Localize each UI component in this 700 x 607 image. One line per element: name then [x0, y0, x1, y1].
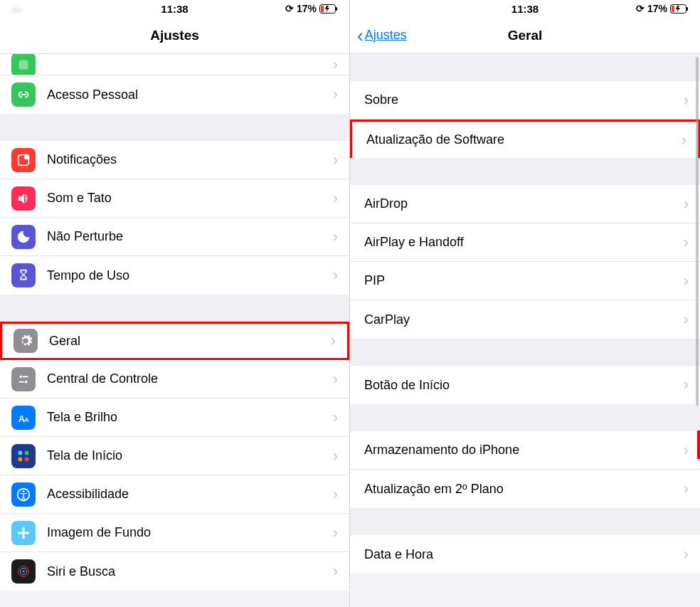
- status-time: 11:38: [161, 3, 188, 15]
- row-home-screen[interactable]: Tela de Início ›: [0, 437, 349, 475]
- row-storage[interactable]: Armazenamento do iPhone ›: [350, 431, 700, 470]
- grid-icon: [11, 444, 36, 468]
- notifications-icon: [11, 148, 36, 172]
- svg-point-17: [23, 490, 25, 492]
- settings-list[interactable]: › Acesso Pessoal › Notificações ›: [0, 54, 349, 591]
- svg-point-6: [20, 375, 23, 378]
- row-label: Acessibilidade: [47, 487, 333, 502]
- svg-point-21: [18, 532, 22, 534]
- status-right: ⟳ 17%: [636, 3, 689, 14]
- row-home-button[interactable]: Botão de Início ›: [350, 366, 700, 404]
- chevron-right-icon: ›: [333, 228, 338, 246]
- sound-icon: [11, 186, 36, 211]
- svg-rect-1: [321, 6, 324, 12]
- svg-rect-3: [19, 60, 28, 69]
- siri-icon: [11, 559, 36, 584]
- row-label: Atualização em 2º Plano: [364, 482, 684, 497]
- svg-point-19: [22, 527, 25, 531]
- svg-rect-9: [19, 381, 24, 382]
- moon-icon: [11, 225, 36, 249]
- status-carrier: ---: [11, 3, 22, 15]
- icon-placeholder: [11, 54, 36, 75]
- row-pip[interactable]: PIP ›: [350, 262, 700, 300]
- chevron-right-icon: ›: [684, 441, 689, 460]
- svg-point-5: [24, 154, 29, 159]
- row-label: Tempo de Uso: [47, 268, 333, 283]
- row-date-time[interactable]: Data e Hora ›: [350, 535, 700, 574]
- row-screen-time[interactable]: Tempo de Uso ›: [0, 256, 349, 295]
- svg-rect-13: [25, 450, 29, 455]
- row-label: Não Perturbe: [47, 229, 333, 244]
- chevron-right-icon: ›: [331, 332, 336, 350]
- group-separator: [350, 508, 700, 535]
- chevron-right-icon: ›: [684, 233, 689, 252]
- link-icon: [11, 83, 36, 107]
- general-list[interactable]: Sobre › Atualização de Software › AirDro…: [350, 54, 700, 574]
- svg-rect-2: [336, 7, 337, 11]
- text-size-icon: AA: [11, 406, 36, 430]
- row-display[interactable]: AA Tela e Brilho ›: [0, 398, 349, 437]
- phone-general: . 11:38 ⟳ 17% ‹ Ajustes Geral Sobre › At…: [350, 0, 700, 607]
- row-label: PIP: [364, 273, 684, 288]
- row-label: Tela de Início: [47, 448, 333, 463]
- row-about[interactable]: Sobre ›: [350, 81, 700, 120]
- row-siri[interactable]: Siri e Busca ›: [0, 552, 349, 591]
- row-wallpaper[interactable]: Imagem de Fundo ›: [0, 514, 349, 552]
- partial-row[interactable]: ›: [0, 54, 349, 75]
- chevron-right-icon: ›: [684, 272, 689, 290]
- row-label: AirDrop: [364, 196, 684, 211]
- group-separator: [350, 158, 700, 185]
- svg-rect-7: [23, 376, 28, 377]
- row-accessibility[interactable]: Acessibilidade ›: [0, 475, 349, 514]
- scrollbar[interactable]: [696, 57, 699, 406]
- status-right: ⟳ 17%: [285, 3, 338, 14]
- page-title: Ajustes: [150, 28, 199, 43]
- nav-bar: ‹ Ajustes Geral: [350, 17, 700, 54]
- row-label: Imagem de Fundo: [47, 525, 333, 540]
- row-carplay[interactable]: CarPlay ›: [350, 300, 700, 339]
- sliders-icon: [11, 367, 36, 391]
- row-software-update[interactable]: Atualização de Software ›: [350, 120, 700, 158]
- chevron-right-icon: ›: [333, 151, 338, 169]
- row-airdrop[interactable]: AirDrop ›: [350, 185, 700, 223]
- row-personal-hotspot[interactable]: Acesso Pessoal ›: [0, 75, 349, 114]
- group-separator: [350, 404, 700, 431]
- chevron-right-icon: ›: [333, 266, 338, 285]
- chevron-right-icon: ›: [684, 91, 689, 110]
- row-dnd[interactable]: Não Perturbe ›: [0, 218, 349, 256]
- accessibility-icon: [11, 482, 36, 507]
- battery-percent: 17%: [297, 3, 317, 14]
- row-background-refresh[interactable]: Atualização em 2º Plano ›: [350, 470, 700, 508]
- chevron-right-icon: ›: [684, 195, 689, 213]
- back-button[interactable]: ‹ Ajustes: [357, 26, 407, 45]
- group-separator: [350, 54, 700, 81]
- row-sounds[interactable]: Som e Tato ›: [0, 179, 349, 218]
- lock-icon: ⟳: [636, 3, 645, 14]
- group-separator: [350, 339, 700, 366]
- chevron-right-icon: ›: [333, 189, 338, 208]
- status-bar: --- 11:38 ⟳ 17%: [0, 0, 349, 17]
- page-title: Geral: [508, 28, 543, 43]
- row-control-center[interactable]: Central de Controle ›: [0, 360, 349, 398]
- chevron-right-icon: ›: [684, 310, 689, 329]
- row-airplay[interactable]: AirPlay e Handoff ›: [350, 223, 700, 262]
- svg-rect-14: [18, 457, 23, 461]
- chevron-right-icon: ›: [684, 376, 689, 394]
- highlight-edge: [697, 431, 700, 459]
- chevron-right-icon: ›: [684, 480, 689, 498]
- hourglass-icon: [11, 263, 36, 287]
- flower-icon: [11, 521, 36, 545]
- svg-point-8: [25, 380, 28, 383]
- svg-point-20: [22, 534, 25, 539]
- chevron-right-icon: ›: [333, 370, 338, 389]
- chevron-right-icon: ›: [682, 131, 686, 149]
- group-separator: [0, 295, 349, 322]
- row-label: AirPlay e Handoff: [364, 235, 684, 250]
- battery-percent: 17%: [647, 3, 667, 14]
- chevron-left-icon: ‹: [357, 26, 364, 45]
- battery-icon: [670, 4, 689, 14]
- back-label: Ajustes: [365, 28, 407, 43]
- row-notifications[interactable]: Notificações ›: [0, 141, 349, 179]
- status-bar: . 11:38 ⟳ 17%: [350, 0, 700, 17]
- row-general[interactable]: Geral ›: [0, 322, 349, 360]
